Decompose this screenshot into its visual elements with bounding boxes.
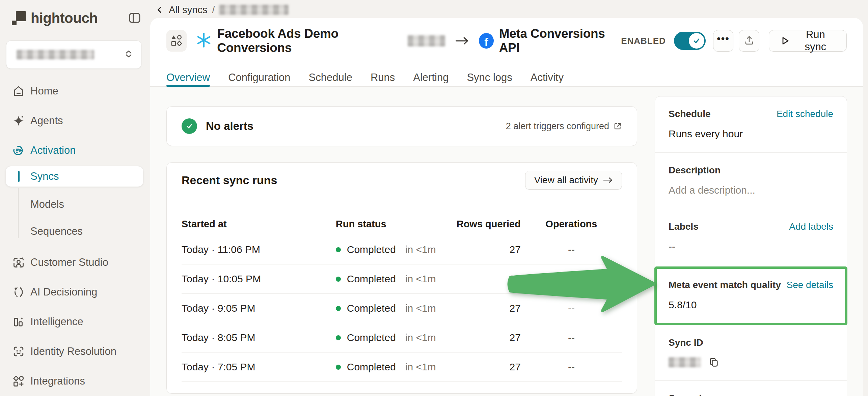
sync-runs-table: Started at Run status Rows queried Opera… [182,213,622,382]
alert-triggers-link[interactable]: 2 alert triggers configured [506,121,622,132]
run-started-at: Today · 7:05 PM [182,361,336,373]
sidebar-item-syncs[interactable]: Syncs [5,166,143,187]
run-operations: -- [521,303,622,314]
customer-studio-icon [12,256,25,269]
run-sync-label: Run sync [795,29,836,53]
run-operations: -- [521,244,622,255]
run-rows-queried: 27 [446,244,521,255]
run-started-at: Today · 10:05 PM [182,273,336,285]
tab-configuration[interactable]: Configuration [228,68,290,86]
sync-apps-grid-button[interactable] [166,30,187,52]
run-operations: -- [521,273,622,285]
ai-decisioning-icon [12,286,25,299]
alerts-card: No alerts 2 alert triggers configured [166,106,637,146]
alert-triggers-text: 2 alert triggers configured [506,121,609,132]
shapes-grid-icon [171,35,182,47]
tab-runs[interactable]: Runs [371,68,395,86]
sidebar-item-label: Sequences [30,225,83,237]
sync-enabled-toggle[interactable] [674,32,706,50]
chevron-left-icon[interactable] [156,6,164,14]
sync-id-section: Sync ID [655,325,847,380]
sidebar-item-customer-studio[interactable]: Customer Studio [7,249,143,276]
upload-icon [744,35,755,47]
run-status: Completed [347,303,396,314]
col-operations: Operations [521,219,622,230]
add-labels-link[interactable]: Add labels [789,221,833,232]
sidebar-item-label: Syncs [30,170,59,182]
run-started-at: Today · 11:06 PM [182,244,336,255]
hightouch-logo-text: hightouch [31,10,98,26]
run-status: Completed [347,244,396,255]
col-rows-queried: Rows queried [446,219,521,230]
arrow-right-icon [455,36,469,46]
workspace-name-redacted [17,50,94,59]
status-dot-icon [336,247,341,252]
more-options-button[interactable]: ••• [713,30,733,52]
table-header-row: Started at Run status Rows queried Opera… [182,213,622,235]
description-label: Description [669,165,721,176]
sidebar-item-integrations[interactable]: Integrations [7,368,143,395]
view-all-activity-button[interactable]: View all activity [525,171,622,190]
sidebar-item-models[interactable]: Models [7,192,143,217]
copy-sync-id-button[interactable] [708,357,719,368]
sidebar-item-activation[interactable]: Activation [7,137,143,164]
integrations-icon [12,375,25,388]
sparkle-icon [12,114,25,127]
tab-schedule[interactable]: Schedule [309,68,352,86]
sidebar-item-agents[interactable]: Agents [7,107,143,134]
sidebar-item-label: Identity Resolution [30,345,116,358]
sidebar-collapse-button[interactable] [127,11,142,26]
table-row[interactable]: Today · 11:06 PM Completedin <1m 27 -- [182,235,622,264]
run-duration: in <1m [405,332,436,343]
overview-content: No alerts 2 alert triggers configured Re… [150,87,863,396]
tab-activity[interactable]: Activity [531,68,564,86]
tab-bar: Overview Configuration Schedule Runs Ale… [166,68,564,86]
arrow-right-icon [603,176,613,184]
sidebar-item-label: Home [30,85,58,97]
table-row[interactable]: Today · 8:05 PM Completedin <1m 27 -- [182,323,622,352]
sidebar-item-identity-resolution[interactable]: Identity Resolution [7,338,143,365]
workspace-selector[interactable] [6,40,141,69]
sidebar-item-label: Models [30,198,64,210]
run-status: Completed [347,273,396,285]
labels-label: Labels [669,221,699,232]
table-row[interactable]: Today · 10:05 PM Completedin <1m 27 -- [182,264,622,294]
see-details-link[interactable]: See details [786,280,833,290]
sidebar-item-label: Integrations [30,375,85,387]
description-section: Description Add a description... [655,152,847,209]
sidebar-item-sequences[interactable]: Sequences [7,219,143,244]
external-link-icon [613,122,622,131]
export-button[interactable] [739,30,759,52]
run-rows-queried: 27 [446,332,521,343]
run-rows-queried: 27 [446,361,521,373]
col-run-status: Run status [336,219,446,230]
tab-sync-logs[interactable]: Sync logs [467,68,512,86]
run-sync-button[interactable]: Run sync [769,30,847,52]
run-duration: in <1m [405,303,436,314]
sync-id-label: Sync ID [669,337,703,348]
edit-schedule-link[interactable]: Edit schedule [777,109,833,119]
sync-slug-label: Sync slug [669,393,713,396]
status-dot-icon [336,365,341,370]
tab-alerting[interactable]: Alerting [413,68,449,86]
sidebar: hightouch Home Agents [0,0,150,396]
table-row[interactable]: Today · 7:05 PM Completedin <1m 27 -- [182,352,622,382]
description-placeholder[interactable]: Add a description... [669,185,833,196]
schedule-label: Schedule [669,109,710,119]
labels-value: -- [669,241,833,252]
sidebar-item-ai-decisioning[interactable]: AI Decisioning [7,279,143,306]
sidebar-item-home[interactable]: Home [7,78,143,105]
breadcrumb-all-syncs-link[interactable]: All syncs [169,4,207,16]
labels-section: Labels Add labels -- [655,209,847,265]
match-quality-label: Meta event match quality [669,280,781,290]
table-row[interactable]: Today · 9:05 PM Completedin <1m 27 -- [182,294,622,323]
play-icon [780,36,790,46]
tab-overview[interactable]: Overview [166,68,210,86]
run-status: Completed [347,332,396,343]
schedule-value: Runs every hour [669,128,833,140]
source-title: Facebook Ads Demo Conversions [217,27,405,55]
sidebar-item-intelligence[interactable]: Intelligence [7,308,143,335]
sidebar-item-label: Customer Studio [30,256,108,268]
check-circle-icon [182,118,197,134]
match-quality-section-annotation-box: Meta event match quality See details 5.8… [654,266,847,325]
